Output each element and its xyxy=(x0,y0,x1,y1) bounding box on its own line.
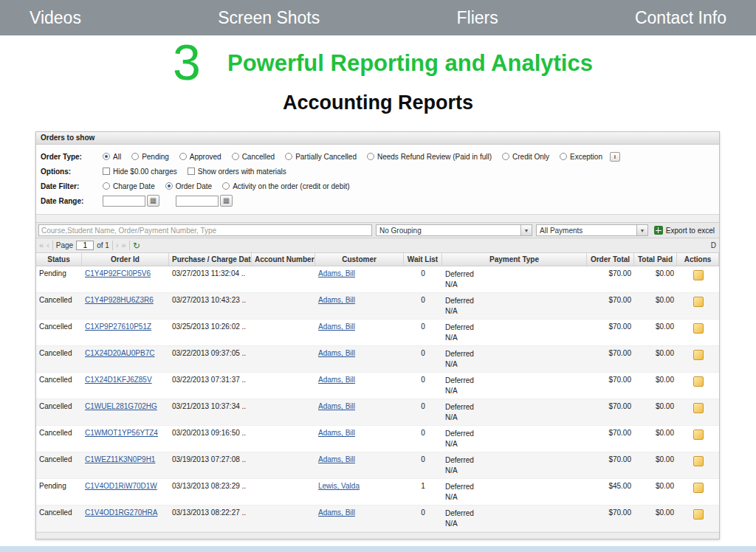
option-label: Order Date xyxy=(176,182,212,190)
customer-link[interactable]: Lewis, Valda xyxy=(318,482,360,490)
info-icon[interactable]: i xyxy=(610,152,620,162)
refresh-icon[interactable]: ↻ xyxy=(133,241,140,251)
column-header-customer[interactable]: Customer xyxy=(315,253,404,266)
order-actions-icon[interactable] xyxy=(693,350,704,360)
order-type-option[interactable]: Pending xyxy=(131,153,169,161)
cell-actions xyxy=(677,479,719,505)
order_id-link[interactable]: C1XP9P27610P51Z xyxy=(85,322,151,331)
order_id-link[interactable]: C1WEZ11K3N0P9H1 xyxy=(85,455,155,463)
column-header-payment_type[interactable]: Payment Type xyxy=(442,253,587,266)
order_id-link[interactable]: C1V4OD1RiW70D1W xyxy=(85,482,157,490)
payments-select[interactable]: All Payments ▼ xyxy=(536,224,648,236)
table-row: PendingC1V4OD1RiW70D1W03/13/2013 08:23:2… xyxy=(36,479,719,506)
order_id-link[interactable]: C1Y4P92FCI0P5V6 xyxy=(85,269,151,277)
order_id-link[interactable]: C1X24D20AU0PB7C xyxy=(85,349,155,357)
order_id-link[interactable]: C1WUEL281G702HG xyxy=(85,402,157,410)
order-actions-icon[interactable] xyxy=(693,456,704,466)
chevron-down-icon: ▼ xyxy=(520,225,532,235)
options-option[interactable]: Hide $0.00 charges xyxy=(103,168,177,176)
order-actions-icon[interactable] xyxy=(693,376,704,387)
export-to-excel-button[interactable]: Export to excel xyxy=(654,226,717,235)
column-header-wait_list[interactable]: Wait List xyxy=(404,253,442,266)
customer-link[interactable]: Adams, Bill xyxy=(318,349,355,357)
cell-status: Cancelled xyxy=(36,320,82,345)
order-actions-icon[interactable] xyxy=(693,297,704,307)
page-number-input[interactable] xyxy=(76,241,94,250)
date-filter-label: Date Filter: xyxy=(39,182,103,190)
customer-link[interactable]: Adams, Bill xyxy=(318,455,355,463)
calendar-icon[interactable]: ▦ xyxy=(220,195,233,207)
table-row: PendingC1Y4P92FCI0P5V603/27/2013 11:32:0… xyxy=(36,266,719,293)
customer-link[interactable]: Adams, Bill xyxy=(318,376,355,384)
last-page-button[interactable]: » xyxy=(122,241,126,249)
customer-link[interactable]: Adams, Bill xyxy=(318,322,355,331)
first-page-button[interactable]: « xyxy=(39,241,44,249)
nav-item-contact-info[interactable]: Contact Info xyxy=(635,8,726,28)
order-type-option[interactable]: Exception xyxy=(560,153,602,161)
search-input[interactable] xyxy=(38,224,372,236)
option-label: Charge Date xyxy=(113,182,155,190)
date-filter-option[interactable]: Order Date xyxy=(165,182,212,190)
column-header-total_paid[interactable]: Total Paid xyxy=(634,253,677,266)
cell-order_total: $70.00 xyxy=(587,346,634,372)
chevron-down-icon: ▼ xyxy=(636,225,647,235)
option-label: Exception xyxy=(570,153,602,161)
order_id-link[interactable]: C1Y4P928HU6Z3R6 xyxy=(85,296,154,304)
cell-actions xyxy=(677,266,719,292)
column-header-status[interactable]: Status xyxy=(36,253,82,266)
page-label: Page xyxy=(56,241,73,249)
radio-icon xyxy=(103,182,110,190)
date-to-input[interactable] xyxy=(176,196,219,207)
column-header-purchase_date[interactable]: Purchase / Charge Date xyxy=(169,253,252,266)
order-type-option[interactable]: All xyxy=(103,153,121,161)
order-actions-icon[interactable] xyxy=(693,509,704,520)
order-actions-icon[interactable] xyxy=(693,403,704,413)
cell-payment_type: Deferred N/A xyxy=(442,399,587,425)
column-header-order_id[interactable]: Order Id xyxy=(82,253,169,266)
order-actions-icon[interactable] xyxy=(693,429,704,440)
order_id-link[interactable]: C1X24D1KFJ6Z85V xyxy=(85,376,152,384)
nav-item-screen-shots[interactable]: Screen Shots xyxy=(218,8,320,28)
orders-to-show-header: Orders to show xyxy=(36,132,719,145)
order-type-option[interactable]: Cancelled xyxy=(232,153,275,161)
order_id-link[interactable]: C1V4OD1RG270HRA xyxy=(85,508,157,517)
column-header-account_number[interactable]: Account Number xyxy=(252,253,315,266)
calendar-icon[interactable]: ▦ xyxy=(147,195,159,207)
date-from-input[interactable] xyxy=(103,196,145,207)
excel-icon xyxy=(654,226,663,235)
customer-link[interactable]: Adams, Bill xyxy=(318,296,355,304)
option-label: All xyxy=(113,153,121,161)
cell-total_paid: $0.00 xyxy=(634,452,677,478)
customer-link[interactable]: Adams, Bill xyxy=(318,269,355,277)
prev-page-button[interactable]: ‹ xyxy=(47,241,49,249)
next-page-button[interactable]: › xyxy=(116,241,119,249)
cell-order_total: $45.00 xyxy=(587,479,634,505)
date-filter-option[interactable]: Charge Date xyxy=(103,182,155,190)
customer-link[interactable]: Adams, Bill xyxy=(318,508,355,517)
cell-payment_type: Deferred N/A xyxy=(442,506,587,531)
order-type-option[interactable]: Approved xyxy=(179,153,221,161)
order-actions-icon[interactable] xyxy=(693,323,704,334)
cell-actions xyxy=(677,320,719,345)
grouping-select[interactable]: No Grouping ▼ xyxy=(376,224,532,236)
date-filter-option[interactable]: Activity on the order (credit or debit) xyxy=(222,182,349,190)
options-option[interactable]: Show orders with materials xyxy=(188,168,286,176)
grouping-value: No Grouping xyxy=(379,227,422,235)
cell-total_paid: $0.00 xyxy=(634,293,677,319)
date-to-group: ▦ xyxy=(176,195,233,207)
order-type-option[interactable]: Credit Only xyxy=(502,153,549,161)
column-header-order_total[interactable]: Order Total xyxy=(587,253,634,266)
nav-item-fliers[interactable]: Fliers xyxy=(456,8,498,28)
customer-link[interactable]: Adams, Bill xyxy=(318,429,355,437)
order-type-option[interactable]: Needs Refund Review (Paid in full) xyxy=(367,153,492,161)
order-actions-icon[interactable] xyxy=(693,483,704,493)
order-actions-icon[interactable] xyxy=(693,270,704,280)
cell-total_paid: $0.00 xyxy=(634,346,677,372)
customer-link[interactable]: Adams, Bill xyxy=(318,402,355,410)
column-header-actions[interactable]: Actions xyxy=(677,253,719,266)
display-info-truncated: D xyxy=(711,241,716,249)
nav-item-videos[interactable]: Videos xyxy=(30,8,81,28)
cell-order_id: C1V4OD1RG270HRA xyxy=(82,506,169,531)
order_id-link[interactable]: C1WMOT1YP56YTZ4 xyxy=(85,429,158,437)
order-type-option[interactable]: Partially Cancelled xyxy=(285,153,357,161)
